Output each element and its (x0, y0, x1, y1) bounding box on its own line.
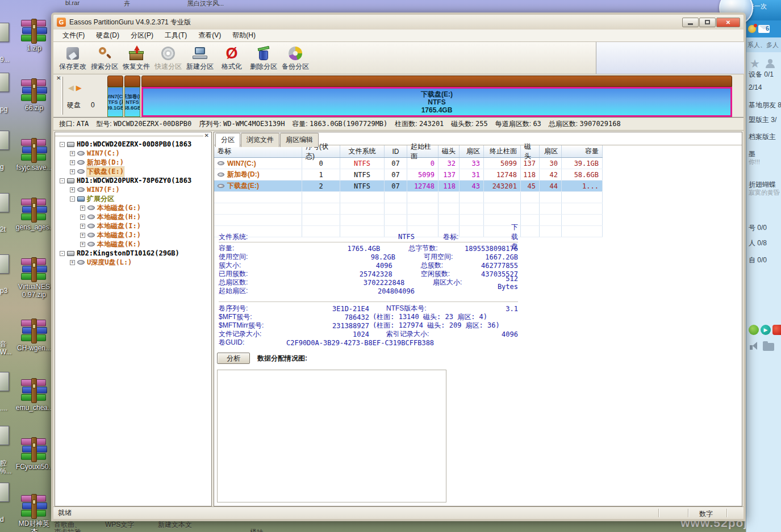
desktop-icon-label[interactable]: 卉 (124, 0, 130, 8)
toolbar-button-format[interactable]: Ø格式化 (216, 44, 248, 74)
tree-expander-icon[interactable]: - (60, 251, 65, 256)
prev-disk-arrow-icon[interactable]: ◀ (68, 83, 74, 92)
partition-block-2[interactable]: 新加卷(DNTFS58.6GB (124, 76, 140, 117)
desktop-icon-label[interactable]: 黑白汉字风... (187, 0, 224, 8)
qq-contact-item[interactable]: 号 0/0 (749, 223, 767, 233)
table-row[interactable]: 下载盘(E:)2NTFS07127481184324320145441... (214, 181, 603, 192)
toolbar-button-save[interactable]: 保存更改 (57, 44, 89, 74)
minimize-button[interactable] (682, 18, 699, 27)
desktop-thumbnail-icon[interactable] (0, 193, 9, 212)
menu-item-f[interactable]: 文件(F) (57, 29, 90, 42)
mail-icon[interactable]: 6 (758, 25, 770, 33)
tree-item-volume[interactable]: +下载盘(E:) (55, 167, 211, 176)
qq-tab-row[interactable]: 系人、多人 (746, 37, 781, 52)
column-header-8[interactable]: 磁头 (521, 145, 540, 157)
tree-close-icon[interactable]: ✕ (204, 132, 209, 139)
desktop-icon-label[interactable]: %... (0, 467, 12, 475)
desktop-icon[interactable]: FCyouxi50... (16, 438, 52, 471)
desktop-icon[interactable]: MD封神英杰传%2B模 (16, 495, 52, 532)
column-header-2[interactable]: 文件系统 (340, 145, 385, 157)
desktop-icon-label[interactable]: 楼妹 (250, 527, 264, 532)
desktop-icon-label[interactable]: bl.rar (65, 0, 80, 6)
menu-item-t[interactable]: 工具(T) (159, 29, 193, 42)
menu-item-d[interactable]: 硬盘(D) (90, 29, 125, 42)
menu-item-h[interactable]: 帮助(H) (227, 29, 261, 42)
favorites-star-icon[interactable]: ★ (750, 57, 760, 70)
column-header-1[interactable]: 序号(状态) (302, 145, 340, 157)
desktop-icon-label[interactable]: d (0, 516, 4, 523)
tree-expander-icon[interactable]: - (60, 142, 65, 147)
tree-expander-icon[interactable]: + (70, 187, 75, 192)
qq-contact-item[interactable]: 2/14 (749, 83, 762, 91)
diskbar-grip[interactable] (61, 77, 63, 115)
desktop-thumbnail-icon[interactable] (0, 483, 9, 502)
tree-item-volume[interactable]: +U深度U盘(L:) (55, 258, 211, 267)
tree-item-volume[interactable]: +本地磁盘(K:) (55, 240, 211, 249)
qq-contact-item[interactable]: 自 0/0 (749, 255, 767, 265)
desktop-icon[interactable]: 66.zip (16, 79, 52, 112)
desktop-thumbnail-icon[interactable] (0, 73, 9, 92)
tree-expander-icon[interactable]: + (70, 169, 75, 174)
tab-浏览文件[interactable]: 浏览文件 (241, 133, 279, 147)
qq-contact-item[interactable]: 基地朋友 8/ (749, 100, 781, 110)
desktop-icon-label[interactable]: 2t (0, 225, 6, 233)
desktop-icon[interactable]: CH-wgen... (16, 320, 52, 352)
tree-item-extended[interactable]: -扩展分区 (55, 194, 211, 203)
contacts-person-icon[interactable] (766, 59, 775, 68)
tree-item-volume[interactable]: +新加卷(D:) (55, 158, 211, 167)
table-row[interactable]: 新加卷(D:)1NTFS07509913731127481184258.6GB (214, 169, 603, 181)
maximize-button[interactable] (699, 18, 716, 27)
partition-block-1[interactable]: WIN7(C:)NTFS (系39.1GB (107, 76, 123, 117)
tree-item-disk[interactable]: -HD1:WDCWD20PURX-78P6ZY0(1863 (55, 176, 211, 185)
toolbar-button-backup-partition[interactable]: 备份分区 (279, 44, 311, 74)
desktop-icon-label[interactable]: .... (0, 404, 7, 412)
tree-expander-icon[interactable]: - (70, 196, 75, 202)
desktop-thumbnail-icon[interactable] (0, 254, 9, 274)
tree-expander-icon[interactable]: + (70, 160, 75, 165)
tree-item-volume[interactable]: +WIN7(C:) (55, 149, 211, 158)
toolbar-button-delete-partition[interactable]: 删除分区 (248, 44, 279, 74)
menu-item-v[interactable]: 查看(V) (193, 29, 227, 42)
speaker-icon[interactable] (750, 342, 757, 352)
desktop-icon[interactable]: gens_ages... (16, 199, 52, 231)
red-app-icon[interactable] (772, 325, 781, 335)
desktop-icon[interactable]: fsyjc.save... (16, 139, 52, 171)
desktop-icon[interactable]: VirtuaNES0.97.zip (16, 258, 52, 299)
desktop-icon-label[interactable]: g (0, 163, 4, 171)
desktop-thumbnail-icon[interactable] (0, 131, 9, 150)
tree-expander-icon[interactable]: + (80, 242, 85, 247)
close-button[interactable]: ✕ (716, 18, 740, 27)
desktop-icon[interactable]: 1.zip (16, 20, 52, 52)
desktop-icon-label[interactable]: p3 (0, 287, 7, 295)
star-badge-icon[interactable] (748, 25, 756, 33)
column-header-0[interactable]: 卷标 (214, 145, 302, 157)
tab-分区[interactable]: 分区 (215, 133, 240, 147)
tree-item-volume[interactable]: +本地磁盘(H:) (55, 212, 211, 221)
toolbar-button-new-partition[interactable]: 新建分区 (184, 44, 216, 74)
tree-item-volume[interactable]: +本地磁盘(J:) (55, 231, 211, 240)
qq-contact-item[interactable]: 盟版主 3/ (749, 115, 776, 125)
column-header-9[interactable]: 扇区 (540, 145, 562, 157)
desktop-thumbnail-icon[interactable] (0, 426, 9, 445)
diskbar-close-icon[interactable]: ✕ (56, 75, 61, 81)
qq-contact-item[interactable]: 人 0/8 (749, 238, 767, 248)
table-row[interactable]: WIN7(C:)0NTFS070323350991373039.1GB (214, 158, 603, 169)
toolbar-button-quick-partition[interactable]: 快速分区 (152, 44, 184, 74)
tree-expander-icon[interactable]: + (80, 233, 85, 238)
browser-app-icon[interactable] (749, 325, 759, 335)
qq-contact-item[interactable]: 档案版主 (749, 132, 776, 142)
column-header-6[interactable]: 扇区 (460, 145, 484, 157)
desktop-icon-label[interactable]: 9... (0, 56, 10, 64)
video-play-icon[interactable]: ▶ (761, 325, 771, 335)
tab-扇区编辑[interactable]: 扇区编辑 (280, 133, 319, 147)
tree-expander-icon[interactable]: + (70, 151, 75, 156)
menu-item-p[interactable]: 分区(P) (125, 29, 159, 42)
title-bar[interactable]: G Eassos PartitionGuru V4.9.2.371 专业版 ✕ (53, 15, 744, 30)
desktop-icon-label[interactable]: 新建文本文 (158, 520, 192, 530)
folder-icon[interactable] (763, 343, 774, 351)
column-header-5[interactable]: 磁头 (438, 145, 460, 157)
desktop-icon-label[interactable]: 声卡拉雅 (54, 527, 81, 532)
desktop-thumbnail-icon[interactable] (0, 372, 9, 391)
desktop-thumbnail-icon[interactable] (0, 23, 9, 42)
desktop-icon-label[interactable]: W... (0, 348, 12, 356)
